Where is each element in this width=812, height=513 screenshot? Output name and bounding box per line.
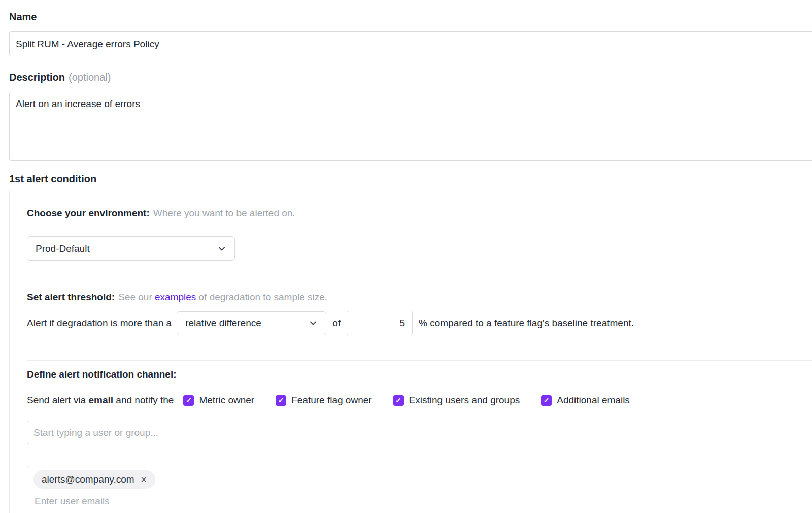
- user-group-search-input[interactable]: [27, 421, 812, 444]
- threshold-hint-after: of degradation to sample size.: [196, 292, 327, 302]
- description-label-text: Description: [9, 72, 65, 83]
- chevron-down-icon: [309, 319, 318, 328]
- checkbox-additional-emails[interactable]: ✓ Additional emails: [541, 395, 630, 406]
- checkmark-icon: ✓: [276, 395, 286, 406]
- notification-email-word: email: [88, 395, 113, 405]
- checkmark-icon: ✓: [393, 395, 404, 406]
- emails-placeholder: Enter user emails: [35, 496, 812, 507]
- checkbox-label: Feature flag owner: [291, 395, 371, 406]
- threshold-sentence-row: Alert if degradation is more than a rela…: [27, 311, 812, 335]
- checkmark-icon: ✓: [183, 395, 194, 406]
- degradation-type-select[interactable]: relative difference: [177, 311, 326, 335]
- alert-policy-form: Name Description(optional) Alert on an i…: [0, 0, 812, 513]
- threshold-hint-before: See our: [118, 292, 155, 302]
- environment-select[interactable]: Prod-Default: [27, 236, 235, 261]
- section-divider: [27, 281, 812, 281]
- name-input[interactable]: [9, 31, 812, 56]
- degradation-type-selected-value: relative difference: [185, 318, 261, 329]
- checkbox-metric-owner[interactable]: ✓ Metric owner: [183, 395, 254, 406]
- environment-label: Choose your environment:: [27, 208, 150, 218]
- checkbox-feature-flag-owner[interactable]: ✓ Feature flag owner: [276, 395, 371, 406]
- threshold-label: Set alert threshold:: [27, 292, 115, 302]
- description-optional-text: (optional): [69, 72, 111, 83]
- environment-row-label: Choose your environment:Where you want t…: [27, 208, 812, 219]
- notification-sentence-prefix: Send alert via: [27, 395, 88, 405]
- threshold-sentence-start: Alert if degradation is more than a: [27, 318, 172, 329]
- remove-chip-icon[interactable]: ✕: [141, 475, 147, 485]
- description-textarea[interactable]: Alert on an increase of errors: [9, 92, 812, 161]
- description-label: Description(optional): [9, 72, 812, 83]
- checkmark-icon: ✓: [541, 395, 552, 406]
- examples-link[interactable]: examples: [155, 292, 196, 302]
- condition-heading: 1st alert condition: [9, 173, 812, 185]
- chevron-down-icon: [217, 244, 226, 253]
- threshold-row-label: Set alert threshold:See our examples of …: [27, 292, 812, 303]
- email-chip: alerts@company.com ✕: [33, 470, 155, 489]
- environment-selected-value: Prod-Default: [36, 243, 90, 254]
- notification-row-label: Define alert notification channel:: [27, 369, 812, 380]
- threshold-of-text: of: [332, 318, 341, 329]
- section-divider: [27, 360, 812, 361]
- notification-label: Define alert notification channel:: [27, 369, 177, 380]
- checkbox-label: Additional emails: [557, 395, 630, 406]
- name-label: Name: [9, 11, 812, 23]
- notification-sentence: Send alert via email and notify the: [27, 395, 174, 406]
- notification-options-row: Send alert via email and notify the ✓ Me…: [27, 395, 812, 406]
- checkbox-existing-users-groups[interactable]: ✓ Existing users and groups: [393, 395, 520, 406]
- environment-hint: Where you want to be alerted on.: [153, 208, 295, 218]
- threshold-sentence-end: % compared to a feature flag's baseline …: [419, 318, 634, 329]
- threshold-value-input[interactable]: [347, 311, 413, 335]
- additional-emails-input[interactable]: alerts@company.com ✕ Enter user emails: [27, 466, 812, 513]
- email-chip-label: alerts@company.com: [42, 474, 134, 485]
- notification-sentence-suffix: and notify the: [113, 395, 174, 405]
- checkbox-label: Existing users and groups: [409, 395, 520, 406]
- condition-panel: Choose your environment:Where you want t…: [9, 191, 812, 513]
- checkbox-label: Metric owner: [199, 395, 254, 406]
